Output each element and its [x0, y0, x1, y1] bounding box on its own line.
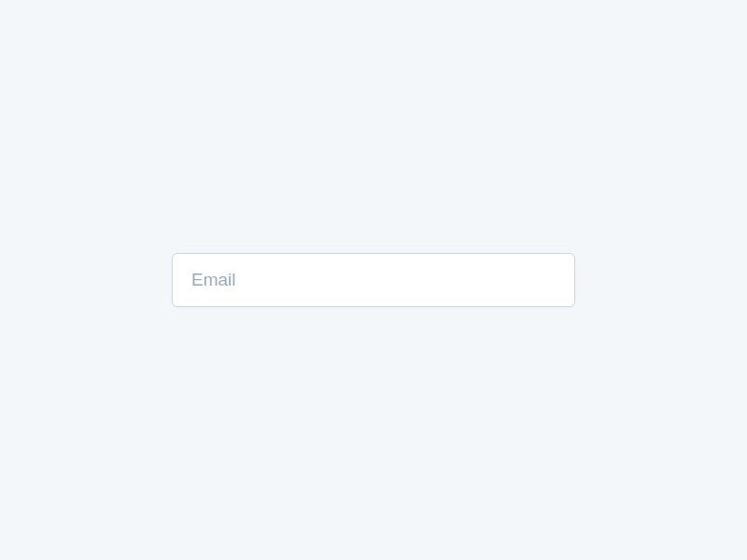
email-field-wrapper — [172, 253, 575, 307]
email-field[interactable] — [172, 253, 575, 307]
